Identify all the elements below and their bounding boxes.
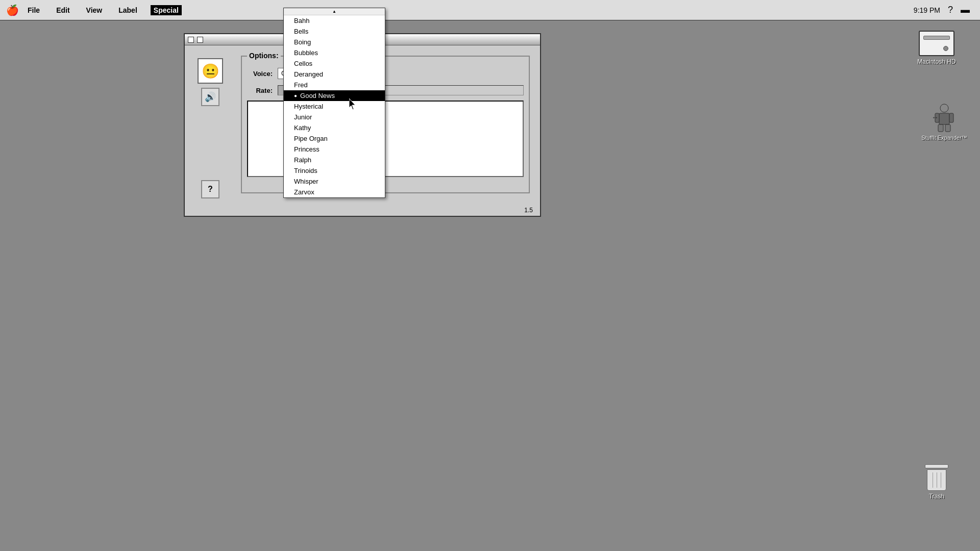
menubar-right: 9:19 PM ? ▬ (914, 5, 970, 15)
voice-item-bahh[interactable]: Bahh (284, 15, 385, 26)
voice-name: Boing (294, 38, 311, 46)
svg-rect-5 (945, 124, 950, 132)
dropdown-scroll-up[interactable]: ▲ (284, 8, 385, 15)
svg-point-0 (940, 104, 948, 112)
menu-items: File Edit View Label Special (24, 5, 182, 15)
svg-rect-3 (949, 113, 953, 122)
apple-menu[interactable]: 🍎 (5, 3, 19, 17)
voice-name: Bells (294, 28, 308, 35)
voice-name: Bahh (294, 17, 309, 24)
window-zoom-button[interactable] (197, 37, 203, 43)
voice-item-bells[interactable]: Bells (284, 26, 385, 37)
menu-edit[interactable]: Edit (53, 5, 72, 15)
voice-item-pipe-organ[interactable]: Pipe Organ (284, 133, 385, 144)
menu-label[interactable]: Label (115, 5, 140, 15)
voice-item-kathy[interactable]: Kathy (284, 122, 385, 133)
voice-item-junior[interactable]: Junior (284, 112, 385, 122)
voice-name: Whisper (294, 178, 318, 185)
voice-name: Pipe Organ (294, 135, 328, 142)
voice-name: Ralph (294, 156, 311, 164)
voice-item-cellos[interactable]: Cellos (284, 58, 385, 69)
rate-label: Rate: (247, 87, 273, 94)
menu-view[interactable]: View (83, 5, 106, 15)
voice-name: Trinoids (294, 167, 317, 174)
window-statusbar: 1.5 (522, 205, 535, 216)
voice-name: Hysterical (294, 103, 323, 110)
voice-name: Princess (294, 145, 320, 153)
application-menu-icon[interactable]: ▬ (961, 5, 970, 15)
hd-image (919, 31, 954, 56)
voice-item-boing[interactable]: Boing (284, 37, 385, 47)
voice-item-bubbles[interactable]: Bubbles (284, 47, 385, 58)
svg-rect-1 (939, 113, 949, 124)
menubar: 🍎 File Edit View Label Special 9:19 PM ?… (0, 0, 980, 20)
help-button[interactable]: ? (201, 180, 219, 198)
stuffit-label: StuffIt Expander™ (921, 135, 967, 141)
clock: 9:19 PM (914, 6, 940, 14)
voice-item-whisper[interactable]: Whisper (284, 176, 385, 187)
face-icon: 😐 (198, 58, 223, 84)
voice-name: Junior (294, 113, 312, 121)
status-version: 1.5 (524, 207, 533, 214)
voice-item-deranged[interactable]: Deranged (284, 69, 385, 80)
voice-name: Fred (294, 81, 308, 89)
options-label: Options: (247, 52, 281, 60)
menu-file[interactable]: File (24, 5, 43, 15)
voice-item-zarvox[interactable]: Zarvox (284, 187, 385, 197)
stuffit-image: ↔ (929, 102, 960, 133)
voice-name: Good News (300, 92, 335, 99)
voice-item-hysterical[interactable]: Hysterical (284, 101, 385, 112)
svg-text:↔: ↔ (932, 113, 939, 121)
window-close-button[interactable] (188, 37, 194, 43)
voice-name: Deranged (294, 70, 323, 78)
voice-name: Kathy (294, 124, 311, 132)
voice-name: Cellos (294, 60, 312, 67)
hd-label: Macintosh HD (917, 58, 955, 65)
macintosh-hd-icon[interactable]: Macintosh HD (914, 31, 960, 65)
voice-name: Bubbles (294, 49, 318, 57)
balloon-help-icon[interactable]: ? (948, 5, 953, 15)
voice-dropdown[interactable]: ▲ Bahh Bells Boing Bubbles Cellos Derang… (283, 8, 385, 198)
voice-item-ralph[interactable]: Ralph (284, 155, 385, 165)
voice-name: Zarvox (294, 188, 314, 196)
svg-rect-4 (938, 124, 943, 132)
apple-logo-icon: 🍎 (6, 4, 19, 16)
voice-item-princess[interactable]: Princess (284, 144, 385, 155)
stuffit-expander-icon[interactable]: ↔ StuffIt Expander™ (919, 102, 970, 141)
trash-image (926, 464, 947, 491)
voice-label: Voice: (247, 70, 273, 78)
trash-label: Trash (929, 493, 944, 500)
selected-indicator: ● (294, 93, 297, 98)
menu-special[interactable]: Special (151, 5, 182, 15)
voice-item-fred[interactable]: Fred (284, 80, 385, 90)
trash-icon[interactable]: Trash (919, 464, 954, 500)
voice-item-good-news[interactable]: ● Good News (284, 90, 385, 101)
voice-item-trinoids[interactable]: Trinoids (284, 165, 385, 176)
volume-icon[interactable]: 🔊 (201, 88, 219, 106)
